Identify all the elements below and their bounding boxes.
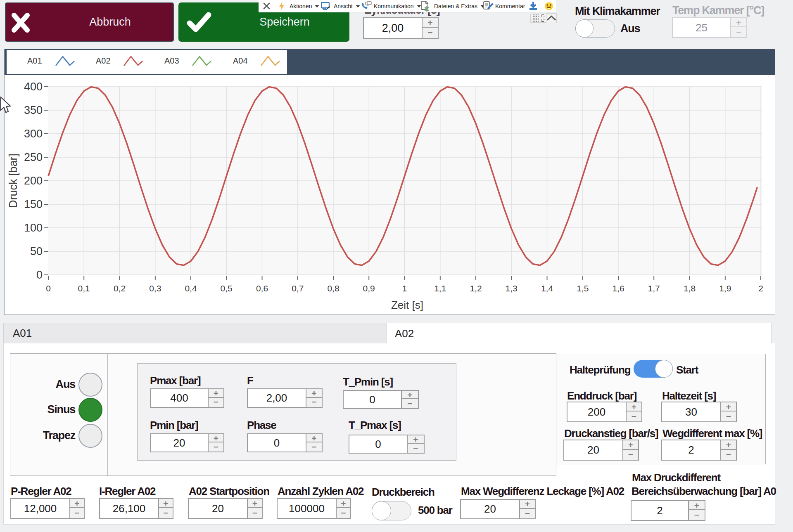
svg-text:350: 350 bbox=[24, 104, 43, 116]
svg-text:0,8: 0,8 bbox=[327, 284, 339, 293]
svg-text:100: 100 bbox=[24, 222, 43, 234]
svg-text:1,3: 1,3 bbox=[506, 284, 518, 293]
svg-text:2: 2 bbox=[758, 284, 763, 293]
svg-text:1,5: 1,5 bbox=[577, 284, 589, 293]
svg-text:Druck [bar]: Druck [bar] bbox=[7, 154, 19, 208]
svg-text:0,4: 0,4 bbox=[185, 284, 197, 293]
svg-text:Zeit [s]: Zeit [s] bbox=[391, 299, 423, 311]
svg-text:0: 0 bbox=[46, 284, 51, 293]
svg-text:0,2: 0,2 bbox=[114, 284, 126, 293]
svg-text:1,2: 1,2 bbox=[470, 284, 482, 293]
svg-text:1,7: 1,7 bbox=[648, 284, 660, 293]
svg-text:400: 400 bbox=[24, 80, 43, 93]
svg-text:0,7: 0,7 bbox=[292, 284, 304, 293]
svg-text:0,6: 0,6 bbox=[256, 284, 268, 293]
svg-text:0,5: 0,5 bbox=[221, 284, 233, 293]
svg-text:250: 250 bbox=[24, 151, 43, 163]
svg-text:1,1: 1,1 bbox=[434, 284, 446, 293]
svg-text:0,1: 0,1 bbox=[78, 284, 90, 293]
svg-text:0: 0 bbox=[36, 269, 43, 281]
svg-text:1,9: 1,9 bbox=[719, 284, 731, 293]
svg-text:200: 200 bbox=[24, 175, 43, 187]
svg-text:300: 300 bbox=[24, 128, 43, 140]
svg-text:0,3: 0,3 bbox=[149, 284, 161, 293]
svg-text:1,6: 1,6 bbox=[612, 284, 624, 293]
svg-text:1,8: 1,8 bbox=[684, 284, 696, 293]
svg-text:0,9: 0,9 bbox=[363, 284, 375, 293]
svg-text:1: 1 bbox=[402, 284, 407, 293]
svg-text:1,4: 1,4 bbox=[541, 284, 553, 293]
svg-text:150: 150 bbox=[24, 198, 43, 210]
svg-text:50: 50 bbox=[30, 245, 43, 258]
